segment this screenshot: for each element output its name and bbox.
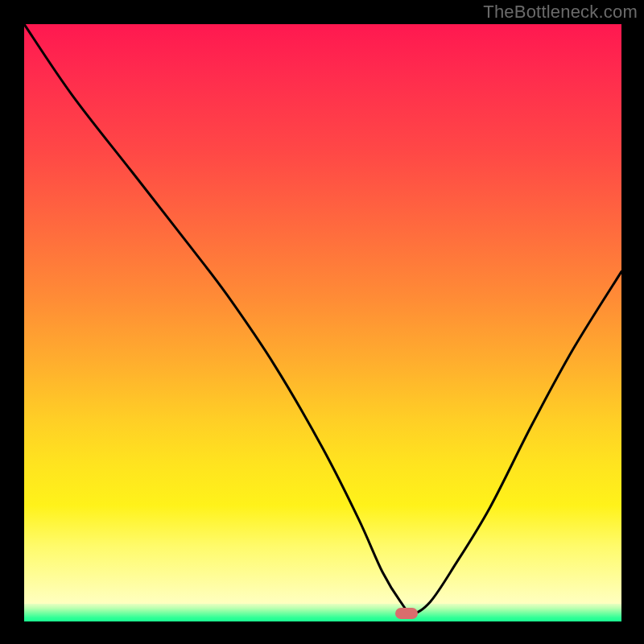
bottleneck-curve <box>24 24 621 621</box>
chart-stage: TheBottleneck.com <box>0 0 644 644</box>
curve-path <box>24 24 621 613</box>
watermark-text: TheBottleneck.com <box>483 2 638 23</box>
plot-area <box>24 24 621 621</box>
min-marker <box>395 608 418 619</box>
